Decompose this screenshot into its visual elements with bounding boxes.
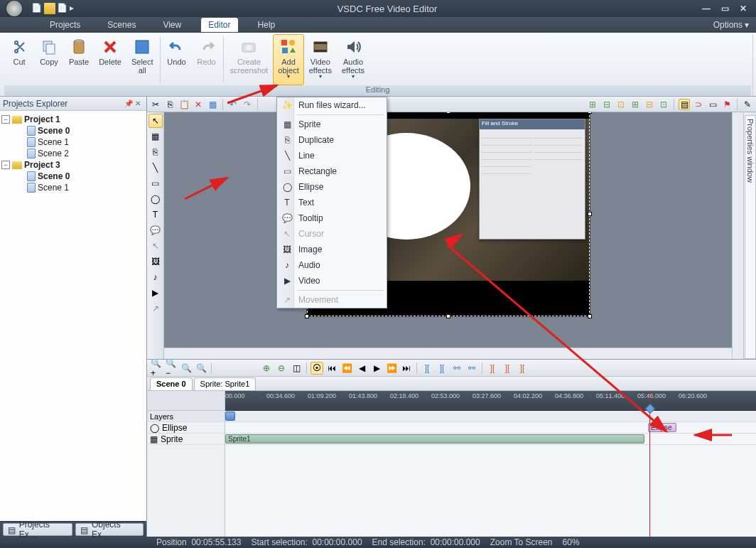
tb-align-icon[interactable]: ⊡	[615, 99, 627, 110]
delete-button[interactable]: Delete	[94, 34, 126, 85]
tool-rectangle[interactable]: ▭	[148, 176, 163, 190]
marker-icon[interactable]: ][	[421, 362, 433, 375]
resize-handle[interactable]	[446, 314, 450, 318]
horizontal-scrollbar[interactable]	[164, 348, 732, 359]
menu-audio[interactable]: ♪Audio	[277, 257, 387, 273]
link-icon[interactable]: ⚯	[465, 362, 478, 375]
play-start-icon[interactable]: ⦿	[310, 362, 323, 375]
menu-rectangle[interactable]: ▭Rectangle	[277, 163, 387, 179]
viewport[interactable]: Fill and Stroke	[164, 112, 743, 359]
qa-new-icon[interactable]: 📄	[31, 3, 43, 14]
tool-cursor[interactable]: ↖	[148, 239, 163, 253]
resize-handle[interactable]	[588, 212, 592, 216]
tb-copy-icon[interactable]: ⎘	[164, 99, 176, 110]
layers-track[interactable]	[225, 411, 756, 422]
add-object-button[interactable]: Add object▾	[273, 34, 303, 85]
video-effects-button[interactable]: Video effects▾	[304, 34, 337, 85]
tb-align-icon[interactable]: ⊟	[601, 99, 612, 110]
zoom-fit-icon[interactable]: 🔍	[180, 362, 193, 375]
menu-editor[interactable]: Editor	[201, 18, 237, 32]
prev-frame-icon[interactable]: ◀	[355, 362, 368, 375]
remove-track-icon[interactable]: ⊖	[275, 362, 288, 375]
menu-ellipse[interactable]: ◯Ellipse	[277, 179, 387, 195]
undo-button[interactable]: Undo	[162, 34, 192, 85]
tb-brush-icon[interactable]: ✎	[742, 99, 753, 110]
tb-redo-icon[interactable]: ↷	[242, 99, 253, 110]
copy-button[interactable]: Copy	[34, 34, 64, 85]
rewind-icon[interactable]: ⏪	[340, 362, 353, 375]
tb-ruler-icon[interactable]: ▭	[707, 99, 718, 110]
collapse-icon[interactable]: −	[1, 161, 10, 169]
tb-cut-icon[interactable]: ✂	[150, 99, 161, 110]
skip-start-icon[interactable]: ⏮	[325, 362, 338, 375]
marker-icon[interactable]: ][	[436, 362, 448, 375]
menu-text[interactable]: TText	[277, 195, 387, 210]
link-icon[interactable]: ⚯	[450, 362, 463, 375]
tb-undo-icon[interactable]: ↶	[227, 99, 239, 110]
tree-scene[interactable]: Scene 0	[1, 171, 145, 182]
tool-duplicate[interactable]: ⎘	[148, 145, 163, 159]
tool-video[interactable]: ▶	[148, 286, 163, 300]
tb-paste-icon[interactable]: 📋	[178, 99, 190, 110]
resize-handle[interactable]	[446, 112, 450, 114]
sprite-clip[interactable]: Sprite1	[225, 434, 644, 444]
screenshot-button[interactable]: Create screenshot	[225, 34, 274, 85]
properties-tab[interactable]: Properties window	[745, 115, 756, 359]
menu-options[interactable]: Options▾	[713, 20, 756, 30]
menu-help[interactable]: Help	[251, 18, 283, 32]
next-frame-icon[interactable]: ▶	[370, 362, 383, 375]
track-header-sprite[interactable]: ▦Sprite	[147, 434, 225, 445]
qa-open-icon[interactable]	[44, 3, 55, 14]
split-icon[interactable]: ][	[501, 362, 514, 375]
paste-button[interactable]: Paste	[64, 34, 94, 85]
zoom-out-icon[interactable]: 🔍−	[165, 362, 178, 375]
maximize-button[interactable]: ▭	[719, 3, 730, 14]
tree-scene[interactable]: Scene 2	[1, 148, 145, 159]
collapse-icon[interactable]: −	[1, 115, 10, 124]
menu-run-wizard[interactable]: ✨Run files wizard...	[277, 97, 387, 113]
track-header-ellipse[interactable]: ◯Ellipse	[147, 422, 225, 434]
tb-grid-icon[interactable]: ▤	[679, 99, 690, 110]
menu-projects[interactable]: Projects	[43, 18, 87, 32]
resize-handle[interactable]	[588, 112, 592, 114]
tree-project[interactable]: −Project 3	[1, 159, 145, 171]
tool-ellipse[interactable]: ◯	[148, 192, 163, 206]
minimize-button[interactable]: —	[701, 3, 712, 14]
resize-handle[interactable]	[588, 314, 592, 318]
select-all-button[interactable]: Select all	[126, 34, 158, 85]
tree-scene[interactable]: Scene 0	[1, 125, 145, 136]
qa-doc-icon[interactable]: 📄	[57, 3, 68, 14]
menu-view[interactable]: View	[156, 18, 188, 32]
menu-sprite[interactable]: ▦Sprite	[277, 117, 387, 132]
layer-clip[interactable]	[225, 412, 235, 421]
tool-sprite[interactable]: ▦	[148, 129, 163, 144]
zoom-100-icon[interactable]: 🔍	[195, 362, 207, 375]
ellipse-clip[interactable]: Ellipse	[648, 423, 676, 432]
qa-save-icon[interactable]: ▸	[70, 3, 81, 14]
menu-video[interactable]: ▶Video	[277, 273, 387, 289]
tool-line[interactable]: ╲	[148, 161, 163, 175]
tb-align-icon[interactable]: ⊞	[587, 99, 598, 110]
split-icon[interactable]: ][	[516, 362, 529, 375]
close-icon[interactable]: ✕	[135, 100, 144, 108]
forward-icon[interactable]: ⏩	[385, 362, 398, 375]
tree-scene[interactable]: Scene 1	[1, 182, 145, 193]
tool-audio[interactable]: ♪	[148, 270, 163, 284]
pin-icon[interactable]: 📌	[124, 100, 133, 108]
redo-button[interactable]: Redo	[192, 34, 222, 85]
tb-align-icon[interactable]: ⊞	[630, 99, 641, 110]
playhead[interactable]	[649, 391, 650, 537]
sprite-track[interactable]: Sprite1	[225, 434, 756, 445]
tb-flag-icon[interactable]: ⚑	[721, 99, 733, 110]
menu-tooltip[interactable]: 💬Tooltip	[277, 210, 387, 226]
tb-align-icon[interactable]: ⊟	[644, 99, 655, 110]
tool-text[interactable]: T	[148, 208, 163, 222]
split-icon[interactable]: ][	[486, 362, 499, 375]
tool-pointer[interactable]: ↖	[148, 114, 163, 128]
ellipse-track[interactable]: Ellipse	[225, 422, 756, 434]
tb-align-icon[interactable]: ⊡	[658, 99, 669, 110]
tool-image[interactable]: 🖼	[148, 254, 163, 269]
time-ruler[interactable]: 00.000 00:34.600 01:09.200 01:43.800 02:…	[225, 391, 756, 411]
tb-magnet-icon[interactable]: ⊃	[693, 99, 704, 110]
menu-line[interactable]: ╲Line	[277, 148, 387, 163]
